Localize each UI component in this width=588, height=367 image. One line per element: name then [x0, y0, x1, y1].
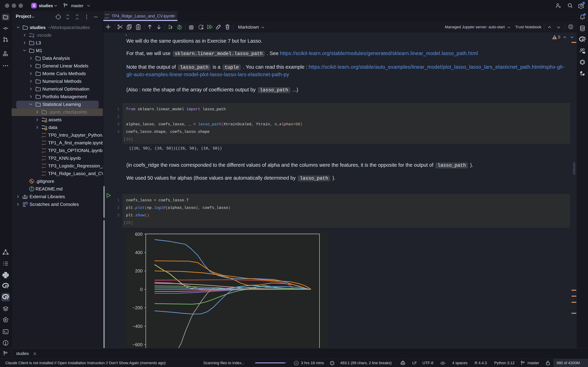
svg-text:200: 200	[135, 268, 143, 274]
svg-text:0: 0	[140, 287, 143, 292]
svg-text:R: R	[5, 284, 8, 289]
svg-text:600: 600	[135, 232, 143, 237]
svg-text:R: R	[582, 38, 585, 43]
svg-text:−600: −600	[132, 342, 143, 347]
svg-text:R: R	[5, 295, 8, 300]
svg-text:400: 400	[135, 250, 143, 255]
svg-text:−400: −400	[132, 324, 143, 329]
svg-text:−200: −200	[132, 305, 143, 310]
